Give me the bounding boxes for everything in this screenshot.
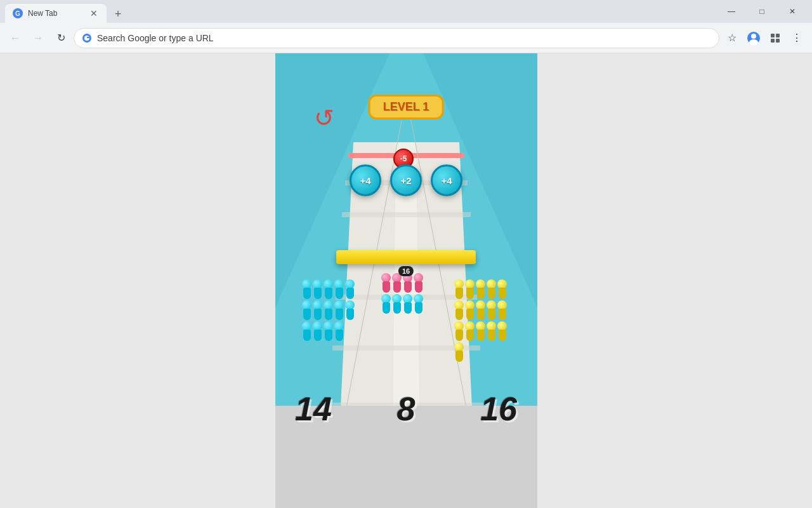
- char-yellow: [454, 321, 464, 341]
- char-cyan: [324, 321, 333, 341]
- restart-icon: ↺: [314, 104, 334, 132]
- char-cyan: [302, 300, 311, 320]
- google-icon: [82, 33, 92, 43]
- bookmark-button[interactable]: ☆: [722, 28, 742, 48]
- char-cyan: [392, 294, 402, 314]
- char-cyan: [313, 321, 322, 341]
- char-yellow: [454, 342, 464, 362]
- content-area: LEVEL 1 ↺ -5 +4 +2 +4: [0, 53, 812, 508]
- char-cyan: [313, 300, 322, 320]
- char-yellow: [487, 300, 496, 320]
- new-tab-button[interactable]: +: [109, 5, 127, 23]
- boost-balls: +4 +2 +4: [350, 164, 462, 196]
- title-bar: G New Tab ✕ + — □ ✕: [0, 0, 812, 23]
- char-yellow: [497, 300, 507, 320]
- char-cyan: [313, 279, 322, 299]
- tab-title: New Tab: [28, 9, 84, 18]
- char-cyan: [324, 279, 333, 299]
- char-cyan: [345, 300, 355, 320]
- char-pink: [392, 273, 402, 293]
- reload-button[interactable]: ↻: [51, 28, 71, 48]
- boost-ball-center: +2: [390, 164, 422, 196]
- pink-cyan-group-center: 16: [381, 272, 431, 314]
- active-tab[interactable]: G New Tab ✕: [5, 4, 107, 23]
- profile-button[interactable]: [743, 28, 764, 48]
- toolbar-actions: ☆ ⋮: [722, 28, 807, 48]
- char-cyan: [334, 321, 344, 341]
- char-yellow: [476, 279, 485, 299]
- char-cyan: [302, 279, 311, 299]
- address-text: Search Google or type a URL: [97, 33, 711, 43]
- char-cyan: [324, 300, 333, 320]
- maximize-button[interactable]: □: [747, 0, 776, 23]
- center-count-badge: 16: [398, 266, 414, 276]
- svg-rect-14: [342, 212, 471, 217]
- tab-favicon: G: [13, 8, 23, 18]
- char-yellow: [497, 279, 507, 299]
- chrome-window: G New Tab ✕ + — □ ✕ ← → ↻ Search Google: [0, 0, 812, 508]
- extensions-button[interactable]: [765, 28, 785, 48]
- char-yellow: [487, 321, 496, 341]
- svg-rect-6: [771, 39, 775, 43]
- svg-point-2: [751, 34, 756, 39]
- char-yellow: [476, 300, 485, 320]
- char-yellow: [465, 300, 475, 320]
- char-cyan: [403, 294, 412, 314]
- restart-button[interactable]: ↺: [310, 104, 338, 132]
- minimize-button[interactable]: —: [717, 0, 746, 23]
- char-cyan: [334, 279, 344, 299]
- char-cyan: [414, 294, 423, 314]
- svg-rect-4: [771, 34, 775, 37]
- char-cyan: [334, 300, 344, 320]
- svg-rect-5: [776, 34, 780, 37]
- number-labels: 14 8 16: [289, 390, 523, 428]
- game-container: LEVEL 1 ↺ -5 +4 +2 +4: [275, 53, 537, 508]
- forward-button[interactable]: →: [28, 28, 48, 48]
- menu-button[interactable]: ⋮: [787, 28, 807, 48]
- tab-close-button[interactable]: ✕: [89, 8, 99, 18]
- count-left: 14: [295, 390, 332, 428]
- char-pink: [414, 273, 423, 293]
- yellow-barrier: [336, 250, 476, 264]
- char-pink: [381, 273, 391, 293]
- char-cyan: [345, 279, 355, 299]
- boost-ball-left: +4: [350, 164, 381, 196]
- window-controls: — □ ✕: [717, 0, 807, 23]
- char-yellow: [454, 279, 464, 299]
- toolbar: ← → ↻ Search Google or type a URL ☆: [0, 23, 812, 53]
- char-cyan: [381, 294, 391, 314]
- close-button[interactable]: ✕: [778, 0, 807, 23]
- char-yellow: [465, 279, 475, 299]
- count-center: 8: [397, 390, 416, 428]
- yellow-group-right: [454, 279, 517, 363]
- char-yellow: [465, 321, 475, 341]
- address-bar[interactable]: Search Google or type a URL: [74, 28, 719, 48]
- char-cyan: [302, 321, 311, 341]
- cyan-group-left: [301, 279, 358, 342]
- back-button[interactable]: ←: [5, 28, 25, 48]
- char-yellow: [487, 279, 496, 299]
- char-yellow: [497, 321, 507, 341]
- tab-strip: G New Tab ✕ +: [5, 0, 717, 23]
- count-right: 16: [480, 390, 517, 428]
- level-badge: LEVEL 1: [369, 95, 444, 119]
- characters-area: 16: [289, 272, 523, 399]
- char-yellow: [454, 300, 464, 320]
- boost-ball-right: +4: [431, 164, 462, 196]
- svg-rect-7: [776, 39, 780, 43]
- char-yellow: [476, 321, 485, 341]
